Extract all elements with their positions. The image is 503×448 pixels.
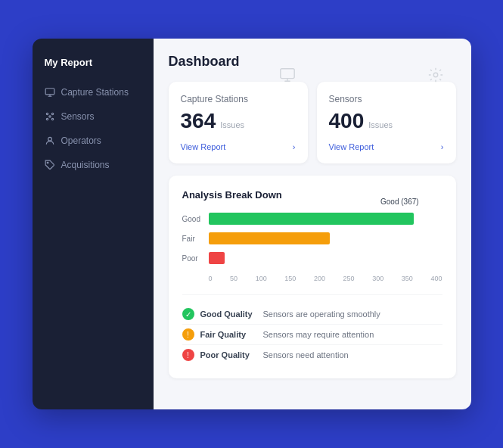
bar-poor	[209, 252, 225, 264]
legend-item-good: ✓ Good Quality Sensors are operating smo…	[182, 304, 442, 324]
sidebar-item-sensors[interactable]: Sensors	[33, 104, 154, 129]
svg-point-2	[48, 116, 50, 117]
capture-stations-card-title: Capture Stations	[181, 94, 248, 104]
capture-stations-number: 364	[181, 109, 216, 133]
svg-point-11	[433, 73, 438, 77]
bar-area-fair	[209, 232, 442, 244]
bar-axis: 0 50 100 150 200 250 300 350 400	[209, 272, 442, 282]
legend-desc-good: Sensors are operating smoothly	[263, 310, 380, 319]
capture-stations-link[interactable]: View Report	[181, 142, 226, 151]
bar-area-poor	[209, 252, 442, 264]
capture-stations-arrow: ›	[293, 142, 296, 151]
user-icon	[45, 135, 55, 146]
bar-row-fair: Fair	[182, 232, 442, 244]
axis-tick-0: 0	[209, 275, 213, 282]
axis-tick-400: 400	[430, 275, 442, 282]
legend-item-poor: ! Poor Quality Sensors need attention	[182, 345, 442, 365]
tag-icon	[45, 160, 55, 170]
bar-tooltip-good: Good (367)	[380, 198, 419, 206]
bar-fair	[209, 232, 331, 244]
svg-point-3	[46, 113, 48, 114]
legend-desc-poor: Sensors need attention	[263, 350, 349, 359]
sensors-arrow: ›	[441, 142, 444, 151]
svg-rect-9	[280, 69, 293, 79]
bar-good	[209, 213, 415, 225]
sensors-issues: Issues	[368, 120, 393, 129]
axis-tick-300: 300	[372, 275, 383, 282]
cards-row: Capture Stations 364 Issues View Report	[169, 82, 456, 163]
sensors-card-icon	[427, 67, 444, 86]
grid-icon	[45, 111, 55, 122]
sensors-link-row: View Report ›	[329, 142, 444, 151]
sidebar: My Report Capture Stations Sensors	[33, 39, 154, 409]
sidebar-label-operators: Operators	[61, 135, 101, 146]
svg-point-8	[47, 162, 48, 163]
sidebar-label-acquisitions: Acquisitions	[61, 160, 110, 170]
capture-stations-link-row: View Report ›	[181, 142, 296, 151]
legend-icon-good: ✓	[182, 308, 194, 320]
sidebar-label-capture: Capture Stations	[61, 87, 129, 98]
svg-point-7	[48, 137, 51, 141]
sidebar-item-capture-stations[interactable]: Capture Stations	[33, 80, 154, 104]
capture-stations-issues: Issues	[220, 120, 244, 129]
bar-row-poor: Poor	[182, 252, 442, 264]
capture-stations-number-row: 364 Issues	[181, 109, 248, 133]
page-title: Dashboard	[169, 54, 456, 70]
axis-tick-200: 200	[314, 275, 325, 282]
legend-label-fair: Fair Quality	[200, 330, 257, 339]
svg-point-6	[51, 118, 53, 120]
bar-row-good: Good Good (367)	[182, 213, 442, 225]
axis-tick-150: 150	[284, 275, 296, 282]
bar-label-fair: Fair	[182, 235, 209, 243]
bar-label-good: Good	[182, 215, 209, 223]
sidebar-title: My Report	[33, 51, 154, 80]
sidebar-item-operators[interactable]: Operators	[33, 129, 154, 153]
sensors-number-row: 400 Issues	[329, 109, 393, 133]
bar-chart: Good Good (367) Fair Poor	[182, 213, 442, 282]
svg-point-5	[46, 118, 48, 120]
capture-stations-card: Capture Stations 364 Issues View Report	[169, 82, 308, 163]
app-container: My Report Capture Stations Sensors	[33, 39, 471, 409]
sensors-card-title: Sensors	[329, 94, 393, 104]
capture-card-icon	[279, 67, 296, 86]
svg-rect-0	[45, 89, 54, 95]
svg-point-4	[51, 113, 53, 114]
legend-desc-fair: Sensors may require attention	[263, 330, 374, 339]
legend-label-good: Good Quality	[200, 310, 257, 319]
axis-tick-50: 50	[230, 275, 238, 282]
sidebar-label-sensors: Sensors	[61, 111, 95, 122]
monitor-icon	[45, 87, 55, 98]
legend-label-poor: Poor Quality	[200, 350, 257, 359]
axis-tick-100: 100	[256, 275, 267, 282]
legend-item-fair: ! Fair Quality Sensors may require atten…	[182, 325, 442, 344]
analysis-card: Analysis Break Down Good Good (367) Fair	[169, 176, 456, 378]
bar-area-good: Good (367)	[209, 213, 442, 225]
legend: ✓ Good Quality Sensors are operating smo…	[182, 294, 442, 365]
sidebar-item-acquisitions[interactable]: Acquisitions	[33, 153, 154, 177]
legend-icon-poor: !	[182, 349, 194, 361]
axis-tick-250: 250	[343, 275, 355, 282]
sensors-card: Sensors 400 Issues View Report ›	[317, 82, 456, 163]
sensors-number: 400	[329, 109, 365, 133]
sensors-link[interactable]: View Report	[329, 142, 374, 151]
bar-label-poor: Poor	[182, 254, 209, 263]
main-content: Dashboard Capture Stations 364 Issues	[154, 39, 471, 409]
axis-tick-350: 350	[402, 275, 413, 282]
legend-icon-fair: !	[182, 328, 194, 341]
